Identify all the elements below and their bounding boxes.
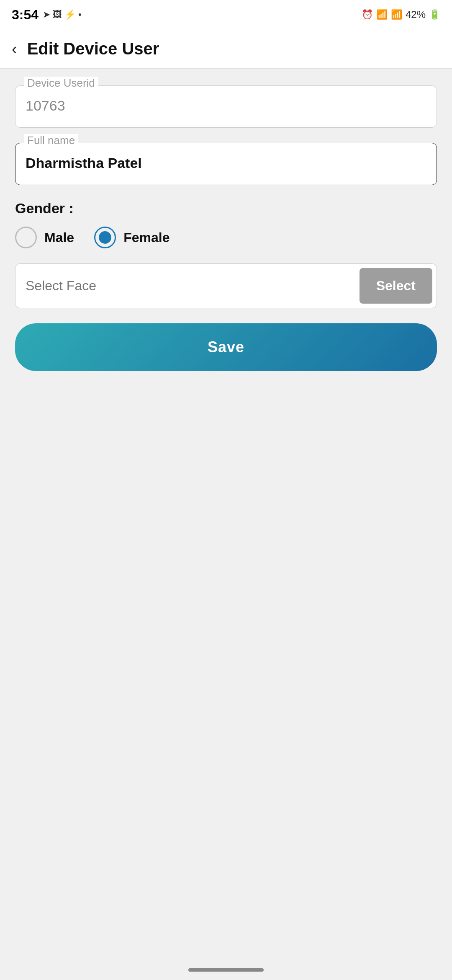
gender-options: Male Female <box>15 227 437 248</box>
device-userid-label: Device Userid <box>24 77 98 90</box>
alarm-icon: ⏰ <box>362 9 373 20</box>
device-userid-value: 10763 <box>26 94 426 117</box>
full-name-value[interactable]: Dharmistha Patel <box>26 152 426 175</box>
home-indicator <box>188 968 264 972</box>
gender-male-label: Male <box>44 230 74 245</box>
signal-icon: 📶 <box>391 9 402 20</box>
full-name-field[interactable]: Full name Dharmistha Patel <box>15 143 437 185</box>
telegram-icon: ➤ <box>43 9 50 20</box>
battery-icon: 🔋 <box>429 9 440 20</box>
status-bar: 3:54 ➤ 🖼 ⚡ • ⏰ 📶 📶 42% 🔋 <box>0 0 452 29</box>
back-button[interactable]: ‹ <box>12 41 17 57</box>
media-icon: ⚡ <box>64 9 76 20</box>
status-right: ⏰ 📶 📶 42% 🔋 <box>362 9 440 21</box>
status-time: 3:54 <box>12 7 39 23</box>
full-name-label: Full name <box>24 134 78 147</box>
gender-section: Gender : Male Female <box>15 200 437 248</box>
gender-male-radio[interactable] <box>15 227 37 248</box>
device-userid-field: Device Userid 10763 <box>15 85 437 128</box>
main-content: Device Userid 10763 Full name Dharmistha… <box>0 69 452 388</box>
status-left: 3:54 ➤ 🖼 ⚡ • <box>12 7 82 23</box>
app-bar: ‹ Edit Device User <box>0 29 452 69</box>
gender-label: Gender : <box>15 200 437 217</box>
gender-male-option[interactable]: Male <box>15 227 74 248</box>
select-face-input[interactable] <box>15 266 355 305</box>
gender-female-label: Female <box>123 230 170 245</box>
gender-female-radio-inner <box>99 231 111 244</box>
status-icons: ➤ 🖼 ⚡ • <box>43 9 82 20</box>
gallery-icon: 🖼 <box>53 9 62 20</box>
battery-level: 42% <box>406 9 426 21</box>
wifi-icon: 📶 <box>376 9 388 20</box>
gender-female-radio[interactable] <box>94 227 116 248</box>
select-face-button[interactable]: Select <box>360 268 432 304</box>
select-face-container: Select <box>15 263 437 308</box>
page-title: Edit Device User <box>27 39 159 58</box>
gender-female-option[interactable]: Female <box>94 227 170 248</box>
dot-icon: • <box>78 9 82 20</box>
save-button[interactable]: Save <box>15 323 437 371</box>
